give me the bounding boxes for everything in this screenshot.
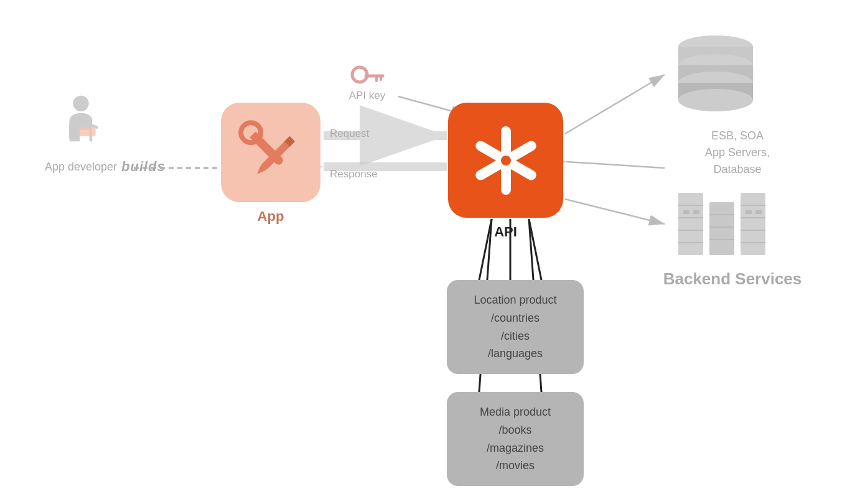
svg-point-17 — [73, 96, 88, 111]
svg-line-10 — [566, 162, 665, 168]
api-key-group: API key — [348, 62, 386, 102]
api-key-label: API key — [349, 90, 386, 102]
svg-rect-56 — [693, 210, 699, 214]
app-box — [221, 103, 320, 202]
svg-rect-58 — [755, 210, 762, 214]
svg-rect-57 — [745, 210, 752, 214]
person-icon — [56, 93, 106, 156]
tools-icon — [236, 118, 305, 187]
svg-rect-55 — [683, 210, 689, 214]
response-label: Response — [330, 168, 378, 180]
location-product-box: Location product /countries /cities /lan… — [447, 280, 584, 374]
svg-line-9 — [565, 75, 665, 134]
key-icon — [348, 62, 386, 87]
api-box — [448, 103, 563, 218]
diagram: App developer builds App — [0, 0, 860, 504]
svg-rect-42 — [709, 202, 734, 255]
request-label: Request — [330, 128, 369, 140]
svg-line-11 — [565, 199, 665, 224]
api-label: API — [448, 224, 563, 240]
app-developer-label: App developer — [45, 161, 117, 174]
svg-point-33 — [501, 156, 511, 166]
app-developer: App developer — [31, 93, 131, 174]
svg-rect-41 — [678, 193, 703, 255]
svg-point-40 — [678, 89, 753, 111]
database-icon — [666, 31, 765, 121]
svg-rect-43 — [741, 193, 765, 255]
api-snowflake-icon — [465, 120, 546, 201]
app-label: App — [221, 208, 320, 225]
server-icon — [666, 187, 790, 270]
esb-label: ESB, SOA App Servers, Database — [669, 128, 806, 178]
svg-point-25 — [352, 67, 367, 82]
media-box-text: Media product /books /magazines /movies — [457, 403, 574, 475]
media-product-box: Media product /books /magazines /movies — [447, 392, 584, 486]
svg-rect-18 — [80, 128, 95, 137]
builds-label: builds — [121, 159, 166, 175]
location-box-text: Location product /countries /cities /lan… — [457, 291, 574, 363]
backend-services-label: Backend Services — [658, 269, 807, 289]
